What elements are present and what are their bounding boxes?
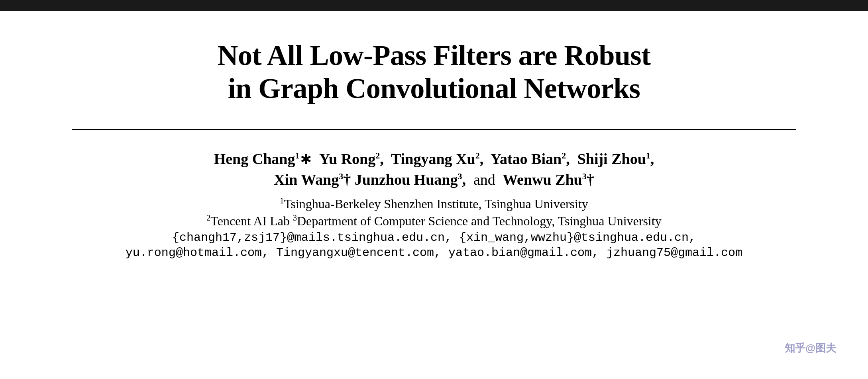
- title-line1: Not All Low-Pass Filters are Robust: [217, 39, 650, 72]
- authors-line1: Heng Chang1∗ Yu Rong2, Tingyang Xu2, Yat…: [72, 150, 796, 168]
- content-wrapper: Not All Low-Pass Filters are Robust in G…: [0, 11, 868, 273]
- title-section: Not All Low-Pass Filters are Robust in G…: [217, 39, 650, 105]
- authors-line2: Xin Wang3† Junzhou Huang3, and Wenwu Zhu…: [72, 171, 796, 188]
- paper-title: Not All Low-Pass Filters are Robust in G…: [217, 39, 650, 105]
- divider: [72, 129, 796, 130]
- watermark: 知乎@图夫: [785, 341, 836, 355]
- top-bar: [0, 0, 868, 11]
- authors-section: Heng Chang1∗ Yu Rong2, Tingyang Xu2, Yat…: [72, 150, 796, 261]
- email-line-2: yu.rong@hotmail.com, Tingyangxu@tencent.…: [72, 246, 796, 260]
- title-line2: in Graph Convolutional Networks: [217, 72, 650, 105]
- email-line-1: {changh17,zsj17}@mails.tsinghua.edu.cn, …: [72, 231, 796, 244]
- affiliation-1: 1Tsinghua-Berkeley Shenzhen Institute, T…: [72, 196, 796, 211]
- affiliation-2: 2Tencent AI Lab 3Department of Computer …: [72, 213, 796, 229]
